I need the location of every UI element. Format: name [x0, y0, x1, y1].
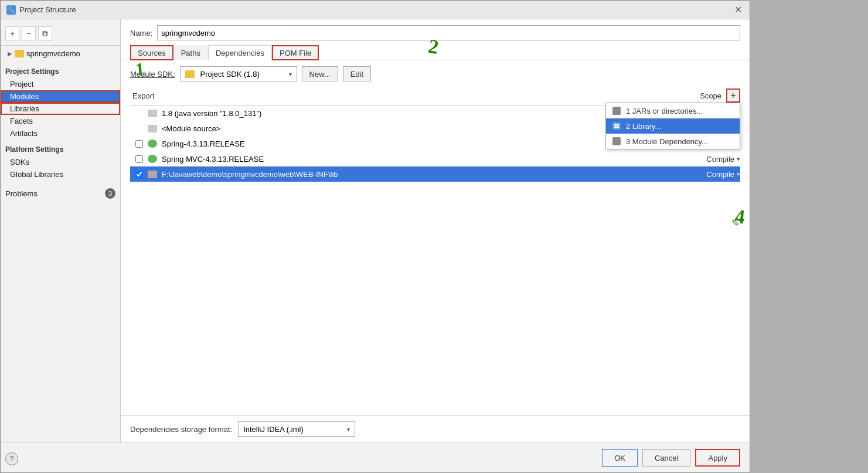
apply-button[interactable]: Apply [695, 449, 740, 467]
storage-dropdown-arrow-icon: ▾ [347, 426, 350, 433]
sdk-folder-icon [185, 70, 195, 78]
title-bar: 🔧 Project Structure ✕ [1, 1, 750, 19]
table-row[interactable]: Spring MVC-4.3.13.RELEASE Compile ▾ [130, 151, 740, 166]
dropdown-item-module-dep[interactable]: 3 Module Dependency... [606, 134, 740, 149]
sidebar-item-problems[interactable]: Problems 3 [1, 186, 120, 200]
folder-icon [148, 108, 159, 118]
sidebar-item-global-libraries[interactable]: Global Libraries [1, 168, 120, 181]
project-settings-label: Project Settings [1, 62, 120, 78]
ok-button[interactable]: OK [602, 449, 638, 467]
folder-icon [148, 124, 159, 133]
dep-name: F:\Javaweb\demo\springmvcdemo\web\WEB-IN… [162, 170, 706, 179]
storage-value: IntelliJ IDEA (.iml) [243, 425, 304, 434]
module-tree-item[interactable]: ▶ springmvcdemo [5, 48, 115, 59]
row-checkbox[interactable] [130, 140, 148, 148]
checkbox-input[interactable] [135, 171, 143, 178]
scope-dropdown-icon[interactable]: ▾ [737, 171, 740, 178]
sdk-row: Module SDK: Project SDK (1.8) ▾ New... E… [121, 60, 750, 86]
deps-header: Export Scope + 3 1 JARs or directories..… [130, 86, 740, 106]
sidebar-item-project[interactable]: Project [1, 78, 120, 90]
sidebar-item-facets[interactable]: Facets [1, 115, 120, 127]
platform-settings-label: Platform Settings [1, 139, 120, 156]
project-structure-dialog: 🔧 Project Structure ✕ + − ⧉ ▶ springmvcd… [0, 0, 750, 473]
tree-arrow-icon: ▶ [8, 50, 12, 57]
sdk-edit-button[interactable]: Edit [343, 66, 371, 81]
folder-icon [148, 169, 159, 179]
sidebar-item-modules[interactable]: Modules [1, 90, 120, 103]
dep-name: Spring MVC-4.3.13.RELEASE [162, 155, 706, 164]
dialog-title: Project Structure [19, 5, 76, 14]
copy-button[interactable]: ⧉ [38, 26, 52, 40]
add-dependency-button[interactable]: + [726, 89, 740, 103]
sdk-dropdown-arrow-icon: ▾ [289, 71, 292, 77]
library-icon [612, 121, 621, 131]
dependencies-container: Export Scope + 3 1 JARs or directories..… [121, 86, 750, 415]
dropdown-menu: 1 JARs or directories... 2 Library... [605, 103, 740, 149]
folder-icon [15, 50, 24, 57]
name-input[interactable] [157, 25, 740, 40]
right-panel: Name: Sources Paths Dependencies POM Fil… [121, 19, 750, 443]
sidebar-item-libraries[interactable]: Libraries [1, 103, 120, 115]
dep-scope: Compile [706, 155, 734, 164]
problems-badge: 3 [105, 188, 115, 199]
app-icon: 🔧 [6, 5, 16, 15]
sdk-value: Project SDK (1.8) [200, 70, 260, 79]
main-content: + − ⧉ ▶ springmvcdemo Project Settings P… [1, 19, 750, 443]
row-checkbox[interactable] [130, 171, 148, 178]
problems-label: Problems [5, 189, 38, 198]
module-dep-icon [612, 137, 621, 146]
storage-row: Dependencies storage format: IntelliJ ID… [121, 415, 750, 443]
dropdown-item-library[interactable]: 2 Library... [606, 118, 740, 134]
module-tree: ▶ springmvcdemo [1, 46, 120, 62]
storage-label: Dependencies storage format: [130, 425, 232, 434]
scope-dropdown-icon[interactable]: ▾ [737, 155, 740, 163]
bottom-bar: OK Cancel Apply [1, 443, 750, 472]
tab-pom-file[interactable]: POM File [272, 45, 319, 60]
sidebar-toolbar: + − ⧉ [1, 24, 120, 46]
tab-sources[interactable]: Sources [130, 45, 173, 60]
storage-select[interactable]: IntelliJ IDEA (.iml) ▾ [238, 421, 355, 437]
checkbox-input[interactable] [135, 155, 143, 163]
sdk-select[interactable]: Project SDK (1.8) ▾ [180, 66, 297, 81]
module-name: springmvcdemo [26, 49, 80, 58]
dep-scope: Compile [706, 170, 734, 179]
deps-table: 1.8 (java version "1.8.0_131") <Module s… [130, 106, 740, 415]
jar-icon [612, 106, 621, 115]
add-button[interactable]: + [5, 26, 19, 40]
tabs-row: Sources Paths Dependencies POM File [121, 45, 750, 60]
leaf-icon [148, 154, 159, 164]
dropdown-module-dep-label: 3 Module Dependency... [626, 137, 708, 146]
dropdown-library-label: 2 Library... [626, 122, 661, 131]
scope-header: Scope [700, 91, 721, 100]
sidebar-item-artifacts[interactable]: Artifacts [1, 127, 120, 139]
checkbox-input[interactable] [135, 140, 143, 148]
leaf-icon [148, 139, 159, 148]
table-row[interactable]: F:\Javaweb\demo\springmvcdemo\web\WEB-IN… [130, 166, 740, 182]
cancel-button[interactable]: Cancel [642, 449, 690, 467]
close-button[interactable]: ✕ [732, 4, 744, 16]
sdk-label: Module SDK: [130, 70, 175, 79]
dropdown-item-jars[interactable]: 1 JARs or directories... [606, 103, 740, 118]
sidebar-item-sdks[interactable]: SDKs [1, 156, 120, 168]
sdk-new-button[interactable]: New... [302, 66, 338, 81]
export-header: Export [130, 91, 177, 100]
dropdown-jars-label: 1 JARs or directories... [626, 107, 703, 115]
row-checkbox[interactable] [130, 155, 148, 163]
sidebar: + − ⧉ ▶ springmvcdemo Project Settings P… [1, 19, 121, 443]
tab-paths[interactable]: Paths [173, 45, 208, 60]
tab-dependencies[interactable]: Dependencies [208, 45, 272, 60]
name-row: Name: [121, 19, 750, 45]
name-label: Name: [130, 29, 152, 38]
remove-button[interactable]: − [22, 26, 36, 40]
title-bar-left: 🔧 Project Structure [6, 5, 76, 15]
